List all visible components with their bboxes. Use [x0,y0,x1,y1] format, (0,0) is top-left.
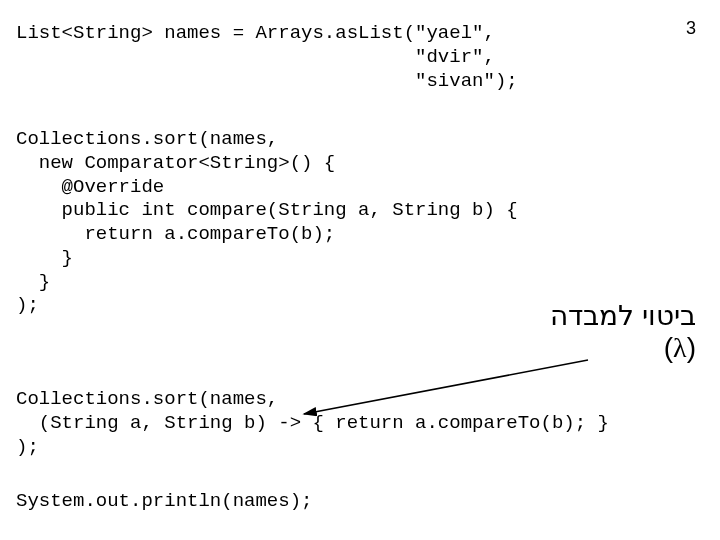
code-block-aslist: List<String> names = Arrays.asList("yael… [16,22,518,93]
annotation-lambda-expression: ביטוי למבדה (λ) [550,300,696,364]
code-block-println: System.out.println(names); [16,490,312,514]
code-block-anonymous-comparator: Collections.sort(names, new Comparator<S… [16,128,518,318]
code-block-lambda: Collections.sort(names, (String a, Strin… [16,388,609,459]
page-number: 3 [686,18,696,39]
annotation-line2: (λ) [550,332,696,364]
annotation-line1: ביטוי למבדה [550,300,696,332]
